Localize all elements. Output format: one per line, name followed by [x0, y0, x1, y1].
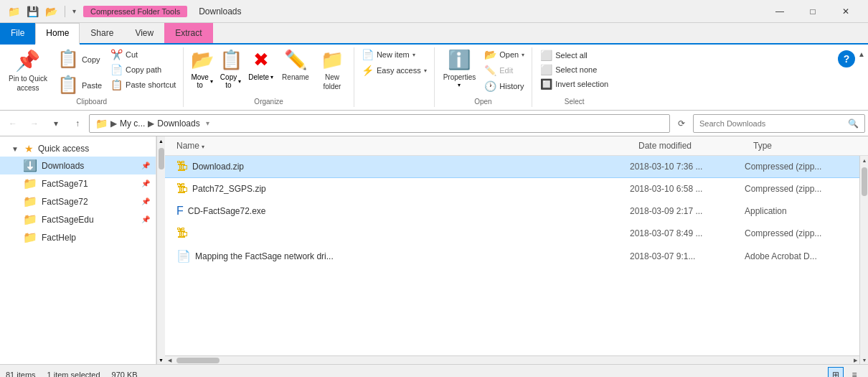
search-box[interactable]: 🔍 [693, 114, 865, 133]
invert-selection-button[interactable]: 🔲 Invert selection [538, 78, 610, 90]
select-none-button[interactable]: ⬜ Select none [538, 63, 610, 76]
details-view-button[interactable]: ⊞ [828, 367, 844, 378]
rename-button[interactable]: ✏️ Rename [278, 47, 313, 83]
up-button[interactable]: ↑ [67, 113, 88, 134]
open-group-label: Open [439, 98, 528, 107]
factsageedu-label: FactSageEdu [42, 215, 94, 225]
back-button[interactable]: ← [3, 113, 23, 134]
delete-button[interactable]: ✖ Delete ▾ [245, 47, 276, 82]
refresh-button[interactable]: ⟳ [671, 113, 692, 134]
help-button[interactable]: ? [838, 50, 855, 68]
paste-label: Paste [82, 80, 102, 90]
scroll-thumb[interactable] [862, 167, 867, 196]
column-header-date[interactable]: Date modified [633, 139, 747, 152]
factsage72-label: FactSage72 [42, 197, 88, 207]
table-row[interactable]: 🗜 Download.zip 2018-03-10 7:36 ... Compr… [165, 156, 859, 178]
sidebar-container: ▼ ★ Quick access ⬇️ Downloads 📌 📁 FactSa… [0, 136, 165, 364]
sidebar-scrollbar: ▲ ▼ [156, 136, 165, 364]
sidebar-scroll-thumb[interactable] [159, 148, 164, 169]
sidebar-item-factsage72[interactable]: 📁 FactSage72 📌 [0, 192, 156, 210]
table-row[interactable]: 🗜 Patch72_SGPS.zip 2018-03-10 6:58 ... C… [165, 178, 859, 200]
copy-to-icon: 📋 [220, 49, 242, 71]
sidebar-scroll-down[interactable]: ▼ [157, 355, 166, 364]
ribbon-right: ? ▲ [835, 47, 868, 107]
history-button[interactable]: 🕐 History [481, 79, 527, 93]
easy-access-button[interactable]: ⚡ Easy access ▾ [359, 63, 430, 78]
ribbon-group-open: ℹ️ Properties ▾ 📂 Open ▾ ✏️ Edit 🕐 Histo… [435, 47, 533, 107]
move-to-icon: 📂 [191, 49, 214, 71]
zip-icon: 🗜 [176, 160, 188, 173]
tab-view[interactable]: View [124, 23, 164, 43]
forward-button[interactable]: → [24, 113, 44, 134]
select-all-button[interactable]: ⬜ Select all [538, 49, 610, 62]
copy-button[interactable]: 📋 Copy [53, 47, 106, 72]
edit-button[interactable]: ✏️ Edit [481, 63, 527, 78]
tab-share[interactable]: Share [80, 23, 124, 43]
scroll-up[interactable]: ▲ [860, 156, 868, 164]
ribbon-expand-button[interactable]: ▲ [858, 50, 865, 58]
cut-button[interactable]: ✂️ Cut [108, 47, 179, 62]
horizontal-scrollbar[interactable]: ◀ ▶ [165, 355, 859, 364]
column-header-name[interactable]: Name ▾ [171, 139, 633, 152]
divider [65, 6, 65, 17]
new-item-button[interactable]: 📄 New item ▾ [359, 47, 430, 62]
column-header-type[interactable]: Type [747, 139, 862, 152]
recent-locations-button[interactable]: ▾ [46, 113, 66, 134]
select-all-icon: ⬜ [540, 50, 552, 61]
sidebar-item-facthelp[interactable]: 📁 FactHelp [0, 228, 156, 246]
pin-to-quick-access-button[interactable]: 📌 Pin to Quick access [4, 47, 52, 94]
search-input[interactable] [699, 119, 845, 128]
open-button[interactable]: 📂 Open ▾ [481, 47, 527, 62]
zip-icon: 🗜 [176, 182, 188, 195]
file-type-col: Application [739, 205, 854, 218]
sidebar-item-downloads[interactable]: ⬇️ Downloads 📌 [0, 157, 156, 174]
quick-access-header[interactable]: ▼ ★ Quick access [0, 141, 156, 157]
scroll-down[interactable]: ▼ [860, 355, 868, 364]
h-scroll-thumb[interactable] [176, 358, 220, 363]
file-date-col: 2018-03-10 6:58 ... [624, 182, 739, 195]
path-dropdown[interactable]: ▾ [206, 119, 209, 127]
table-row[interactable]: 🗜 2018-03-07 8:49 ... Compressed (zipp..… [165, 223, 859, 245]
clipboard-group-label: Clipboard [4, 98, 179, 107]
organize-group-label: Organize [188, 98, 349, 107]
copy-path-button[interactable]: 📄 Copy path [108, 62, 179, 77]
open-label: Open [499, 50, 519, 59]
sidebar-scroll-up[interactable]: ▲ [157, 136, 166, 145]
address-path[interactable]: 📁 ▶ My c... ▶ Downloads ▾ [89, 114, 670, 133]
large-icons-view-button[interactable]: ≡ [846, 367, 862, 378]
h-scroll-left[interactable]: ◀ [165, 356, 174, 365]
properties-button[interactable]: ℹ️ Properties ▾ [439, 47, 481, 90]
file-type-col: Compressed (zipp... [739, 227, 854, 240]
new-item-icon: 📄 [362, 49, 374, 60]
delete-icon: ✖ [253, 49, 269, 71]
invert-selection-icon: 🔲 [540, 78, 552, 90]
file-name-col: 🗜 [171, 225, 624, 241]
move-to-button[interactable]: 📂 Move to ▾ [188, 47, 215, 90]
sidebar-item-factsage71[interactable]: 📁 FactSage71 📌 [0, 174, 156, 192]
table-row[interactable]: F CD-FactSage72.exe 2018-03-09 2:17 ... … [165, 200, 859, 223]
new-folder-button[interactable]: 📁 New folder [315, 47, 349, 93]
file-name: Patch72_SGPS.zip [192, 184, 266, 194]
h-scroll-right[interactable]: ▶ [851, 356, 859, 365]
history-label: History [499, 82, 524, 90]
tab-home[interactable]: Home [35, 23, 80, 45]
tab-file[interactable]: File [0, 23, 35, 43]
sidebar-item-factsageedu[interactable]: 📁 FactSageEdu 📌 [0, 210, 156, 228]
quick-access-dropdown[interactable]: ▾ [71, 7, 77, 15]
select-group-btns: ⬜ Select all ⬜ Select none 🔲 Invert sele… [537, 47, 612, 92]
table-row[interactable]: 📄 Mapping the FactSage network dri... 20… [165, 245, 859, 268]
file-list: 🗜 Download.zip 2018-03-10 7:36 ... Compr… [165, 156, 859, 355]
factsage71-icon: 📁 [23, 177, 37, 190]
paste-button[interactable]: 📋 Paste [53, 73, 106, 98]
close-button[interactable]: ✕ [829, 0, 862, 23]
copy-to-button[interactable]: 📋 Copy to ▾ [217, 47, 244, 90]
minimize-button[interactable]: — [763, 0, 796, 23]
move-to-label: Move to [191, 73, 208, 89]
tab-extract[interactable]: Extract [164, 23, 212, 43]
file-name: Download.zip [192, 162, 244, 172]
address-bar: ← → ▾ ↑ 📁 ▶ My c... ▶ Downloads ▾ ⟳ 🔍 [0, 111, 868, 136]
maximize-button[interactable]: □ [796, 0, 829, 23]
open-stack: 📂 Open ▾ ✏️ Edit 🕐 History [481, 47, 527, 93]
paste-shortcut-button[interactable]: 📋 Paste shortcut [108, 78, 179, 92]
pin-icon-2: 📌 [141, 197, 150, 205]
